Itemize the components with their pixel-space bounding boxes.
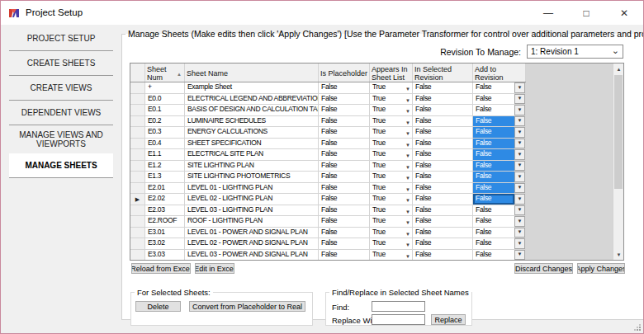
- dropdown-button[interactable]: ▼: [514, 116, 525, 127]
- table-row[interactable]: E3.03 LEVEL 03 - POWER AND SIGNAL PLAN F…: [130, 250, 526, 261]
- sidebar-item-manage-views-and-viewports[interactable]: MANAGE VIEWS AND VIEWPORTS: [9, 125, 113, 153]
- cell-appears-in-sheet-list[interactable]: True ▼: [370, 194, 413, 205]
- cell-add-to-revision[interactable]: False ▼: [473, 183, 526, 195]
- edit-in-excel-button[interactable]: Edit in Excel: [195, 263, 234, 274]
- dropdown-button[interactable]: ▼: [514, 250, 525, 261]
- row-header-cell[interactable]: [130, 250, 145, 261]
- dropdown-button[interactable]: ▼: [514, 94, 525, 105]
- close-icon[interactable]: ✕: [605, 1, 643, 25]
- table-row[interactable]: E1.3 SITE LIGHTING PHOTOMETRICS False Tr…: [130, 172, 526, 183]
- cell-is-placeholder[interactable]: False: [319, 205, 370, 217]
- cell-appears-in-sheet-list[interactable]: True ▼: [370, 161, 413, 172]
- cell-in-selected-revision[interactable]: False: [413, 238, 473, 250]
- cell-in-selected-revision[interactable]: False: [413, 250, 473, 261]
- row-header-cell[interactable]: [130, 172, 145, 183]
- cell-add-to-revision[interactable]: False ▼: [473, 238, 526, 250]
- column-header-add-to-revision[interactable]: Add to Revision: [473, 64, 526, 82]
- table-row[interactable]: E3.01 LEVEL 01 - POWER AND SIGNAL PLAN F…: [130, 228, 526, 239]
- scrollbar-thumb[interactable]: [614, 75, 623, 189]
- cell-sheet-name[interactable]: ELECTRICAL LEGEND AND ABBREVIATIONS: [185, 94, 319, 106]
- dropdown-button[interactable]: ▼: [514, 172, 525, 182]
- row-header-cell[interactable]: [130, 105, 145, 116]
- delete-button[interactable]: Delete: [135, 301, 181, 312]
- dropdown-button[interactable]: ▼: [514, 228, 525, 238]
- dropdown-button[interactable]: ▼: [514, 205, 525, 216]
- cell-add-to-revision[interactable]: False ▼: [473, 161, 526, 172]
- cell-sheet-name[interactable]: LEVEL 03 - POWER AND SIGNAL PLAN: [185, 250, 319, 261]
- cell-is-placeholder[interactable]: False: [319, 250, 370, 261]
- row-header-cell[interactable]: [130, 161, 145, 172]
- table-row[interactable]: E0.3 ENERGY CALCULATIONS False True ▼ Fa…: [130, 127, 526, 139]
- row-header-cell[interactable]: [130, 228, 145, 239]
- cell-in-selected-revision[interactable]: False: [413, 228, 473, 239]
- cell-appears-in-sheet-list[interactable]: True ▼: [370, 216, 413, 228]
- cell-add-to-revision[interactable]: False ▼: [473, 205, 526, 217]
- cell-in-selected-revision[interactable]: False: [413, 94, 473, 106]
- cell-sheet-num[interactable]: E0.2: [145, 116, 185, 128]
- find-input[interactable]: [372, 301, 425, 312]
- table-row[interactable]: E0.4 SHEET SPECIFICATION False True ▼ Fa…: [130, 139, 526, 150]
- sidebar-item-create-sheets[interactable]: CREATE SHEETS: [9, 51, 113, 76]
- titlebar[interactable]: Project Setup — □ ✕: [1, 1, 643, 25]
- row-header-cell[interactable]: [130, 127, 145, 139]
- cell-is-placeholder[interactable]: False: [319, 172, 370, 183]
- cell-is-placeholder[interactable]: False: [319, 194, 370, 205]
- cell-appears-in-sheet-list[interactable]: True ▼: [370, 82, 413, 94]
- cell-sheet-num[interactable]: E3.03: [145, 250, 185, 261]
- dropdown-button[interactable]: ▼: [514, 82, 525, 93]
- cell-in-selected-revision[interactable]: False: [413, 205, 473, 217]
- cell-add-to-revision[interactable]: False ▼: [473, 94, 526, 106]
- cell-in-selected-revision[interactable]: False: [413, 82, 473, 94]
- table-row[interactable]: E2.ROOF ROOF - LIGHTING PLAN False True …: [130, 216, 526, 228]
- table-row[interactable]: E2.03 LEVEL 03 - LIGHTING PLAN False Tru…: [130, 205, 526, 217]
- dropdown-button[interactable]: ▼: [514, 194, 525, 205]
- cell-add-to-revision[interactable]: False ▼: [473, 216, 526, 228]
- dropdown-button[interactable]: ▼: [514, 183, 525, 194]
- cell-in-selected-revision[interactable]: False: [413, 105, 473, 116]
- cell-is-placeholder[interactable]: False: [319, 82, 370, 94]
- reload-from-excel-button[interactable]: Reload from Excel: [131, 263, 191, 274]
- cell-sheet-name[interactable]: Example Sheet: [185, 82, 319, 94]
- cell-appears-in-sheet-list[interactable]: True ▼: [370, 105, 413, 116]
- cell-sheet-name[interactable]: ELECTRICAL SITE PLAN: [185, 149, 319, 161]
- cell-in-selected-revision[interactable]: False: [413, 172, 473, 183]
- cell-sheet-num[interactable]: E2.ROOF: [145, 216, 185, 228]
- cell-sheet-name[interactable]: SITE LIGHTING PHOTOMETRICS: [185, 172, 319, 183]
- cell-add-to-revision[interactable]: False ▼: [473, 228, 526, 239]
- sidebar-item-dependent-views[interactable]: DEPENDENT VIEWS: [9, 101, 113, 125]
- cell-add-to-revision[interactable]: False ▼: [473, 116, 526, 128]
- cell-sheet-name[interactable]: LEVEL 03 - LIGHTING PLAN: [185, 205, 319, 217]
- column-header-appears-in-sheet-list[interactable]: Appears In Sheet List: [370, 64, 413, 82]
- row-header-cell[interactable]: [130, 139, 145, 150]
- cell-is-placeholder[interactable]: False: [319, 238, 370, 250]
- cell-is-placeholder[interactable]: False: [319, 116, 370, 128]
- table-row[interactable]: E0.0 ELECTRICAL LEGEND AND ABBREVIATIONS…: [130, 94, 526, 106]
- column-header-row-selector[interactable]: [130, 64, 145, 82]
- scrollbar-up-icon[interactable]: ▲: [613, 64, 624, 74]
- cell-sheet-num[interactable]: E0.1: [145, 105, 185, 116]
- cell-in-selected-revision[interactable]: False: [413, 161, 473, 172]
- cell-appears-in-sheet-list[interactable]: True ▼: [370, 172, 413, 183]
- cell-add-to-revision[interactable]: False ▼: [473, 127, 526, 139]
- cell-is-placeholder[interactable]: False: [319, 105, 370, 116]
- discard-changes-button[interactable]: Discard Changes: [514, 263, 573, 274]
- cell-sheet-num[interactable]: E2.02: [145, 194, 185, 205]
- cell-is-placeholder[interactable]: False: [319, 94, 370, 106]
- column-header-sheet-num[interactable]: Sheet Num ▲: [145, 64, 185, 82]
- cell-sheet-num[interactable]: E0.4: [145, 139, 185, 150]
- cell-is-placeholder[interactable]: False: [319, 216, 370, 228]
- cell-sheet-name[interactable]: ENERGY CALCULATIONS: [185, 127, 319, 139]
- dropdown-button[interactable]: ▼: [514, 127, 525, 138]
- dropdown-button[interactable]: ▼: [514, 139, 525, 149]
- cell-in-selected-revision[interactable]: False: [413, 194, 473, 205]
- cell-sheet-num[interactable]: +: [145, 82, 185, 94]
- row-header-cell[interactable]: [130, 205, 145, 217]
- cell-sheet-num[interactable]: E2.03: [145, 205, 185, 217]
- cell-appears-in-sheet-list[interactable]: True ▼: [370, 183, 413, 195]
- cell-add-to-revision[interactable]: False ▼: [473, 172, 526, 183]
- replace-with-input[interactable]: [372, 314, 425, 325]
- cell-sheet-num[interactable]: E1.2: [145, 161, 185, 172]
- row-header-cell[interactable]: [130, 149, 145, 161]
- table-row[interactable]: E1.2 SITE LIGHTING PLAN False True ▼ Fal…: [130, 161, 526, 172]
- cell-sheet-name[interactable]: BASIS OF DESIGN AND CALCULATION TABLES: [185, 105, 319, 116]
